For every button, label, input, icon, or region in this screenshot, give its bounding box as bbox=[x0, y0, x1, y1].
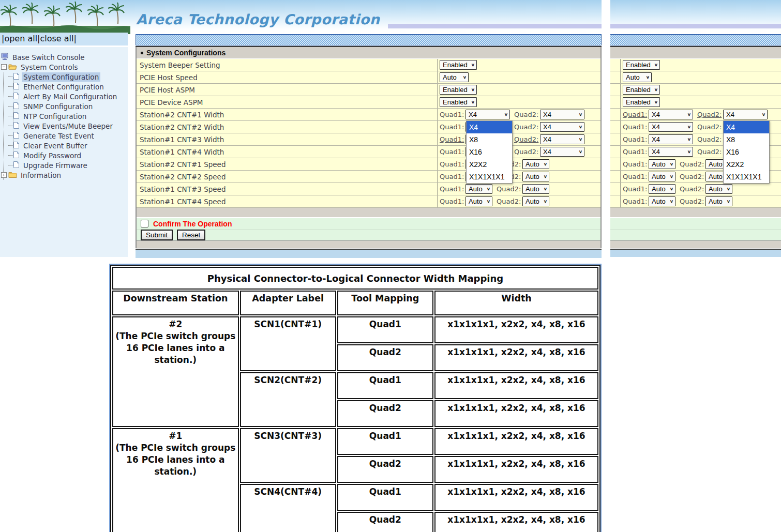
quad1-label[interactable]: Quad1: bbox=[623, 185, 649, 193]
quad1-width-select[interactable]: X4∨ bbox=[649, 122, 693, 132]
quad2-width-select[interactable]: X4∨ bbox=[540, 147, 584, 157]
quad1-width-select[interactable]: X4∨ bbox=[649, 110, 693, 119]
quad1-label[interactable]: Quad1: bbox=[440, 111, 465, 118]
submit-button[interactable]: Submit bbox=[141, 230, 173, 240]
tree-item-ethernet-configuration[interactable]: EtherNet Configuration bbox=[0, 82, 128, 92]
quad1-label[interactable]: Quad1: bbox=[440, 160, 465, 168]
quad2-label[interactable]: Quad2: bbox=[497, 185, 522, 193]
quad1-label[interactable]: Quad1: bbox=[623, 160, 649, 168]
dropdown-option-x4[interactable]: X4 bbox=[724, 121, 769, 133]
quad2-speed-select[interactable]: Auto∨ bbox=[522, 172, 549, 181]
quad2-label[interactable]: Quad2: bbox=[680, 197, 705, 205]
quad2-speed-select[interactable]: Auto∨ bbox=[705, 196, 732, 206]
quad1-speed-select[interactable]: Auto∨ bbox=[649, 159, 675, 169]
panel-top-decorative-bar bbox=[610, 34, 781, 45]
quad2-width-select-open[interactable]: X4∨ bbox=[723, 110, 768, 119]
reset-button[interactable]: Reset bbox=[177, 230, 205, 240]
quad1-label[interactable]: Quad1: bbox=[623, 135, 649, 143]
tree-item-system-controls[interactable]: System Controls bbox=[0, 62, 128, 72]
quad1-label[interactable]: Quad1: bbox=[623, 123, 649, 131]
quad1-label[interactable]: Quad1: bbox=[623, 173, 649, 180]
adapter-cell: SCN4(CNT#4) bbox=[240, 484, 336, 532]
quad2-label[interactable]: Quad2: bbox=[680, 173, 705, 180]
quad2-width-select[interactable]: X4∨ bbox=[540, 110, 584, 119]
quad2-label[interactable]: Quad2: bbox=[497, 197, 522, 205]
confirm-checkbox[interactable] bbox=[141, 220, 148, 227]
quad1-label[interactable]: Quad1: bbox=[440, 123, 465, 131]
pcie-host-aspm-select[interactable]: Enabled∨ bbox=[623, 85, 660, 95]
quad2-label[interactable]: Quad2: bbox=[514, 123, 540, 131]
tree-item-view-events-mute-beeper[interactable]: View Events/Mute Beeper bbox=[0, 121, 128, 131]
panel-bottom-strip bbox=[610, 250, 781, 257]
quad2-label[interactable]: Quad2: bbox=[514, 135, 540, 143]
tree-item-system-configuration[interactable]: System Configuration bbox=[0, 72, 128, 82]
quad-cell: Quad2 bbox=[337, 456, 433, 483]
quad2-label[interactable]: Quad2: bbox=[680, 160, 705, 168]
dropdown-option-x16[interactable]: X16 bbox=[724, 146, 769, 158]
collapse-expander-icon[interactable] bbox=[1, 64, 7, 70]
tree-item-clear-event-buffer[interactable]: Clear Event Buffer bbox=[0, 141, 128, 150]
tree-item-generate-test-event[interactable]: Generate Test Event bbox=[0, 131, 128, 141]
quad1-label[interactable]: Quad1: bbox=[440, 148, 465, 156]
dropdown-option-x16[interactable]: X16 bbox=[467, 146, 512, 158]
pcie-device-aspm-select[interactable]: Enabled∨ bbox=[623, 97, 660, 107]
tree-item-modify-password[interactable]: Modify Password bbox=[0, 150, 128, 160]
quad2-speed-select[interactable]: Auto∨ bbox=[522, 159, 549, 169]
row-label-sliver bbox=[610, 84, 621, 96]
quad1-width-select[interactable]: X4∨ bbox=[649, 134, 693, 144]
tree-item-base-switch-console[interactable]: Base Switch Console bbox=[0, 52, 128, 62]
quad1-label[interactable]: Quad1: bbox=[440, 173, 465, 180]
pcie-host-aspm-select[interactable]: Enabled∨ bbox=[440, 85, 477, 95]
quad1-label[interactable]: Quad1: bbox=[440, 135, 465, 143]
config-row-speed: Station#2 CNT#1 Speed Quad1: Auto∨ Quad2… bbox=[137, 158, 600, 171]
quad1-label[interactable]: Quad1: bbox=[440, 185, 465, 193]
quad1-width-select-open[interactable]: X4∨ bbox=[465, 110, 510, 119]
quad1-label[interactable]: Quad1: bbox=[623, 148, 649, 156]
pcie-device-aspm-select[interactable]: Enabled∨ bbox=[440, 97, 477, 107]
quad1-width-select[interactable]: X4∨ bbox=[649, 147, 693, 157]
quad1-speed-select[interactable]: Auto∨ bbox=[465, 196, 492, 206]
dropdown-option-x8[interactable]: X8 bbox=[467, 133, 512, 146]
quad2-label[interactable]: Quad2: bbox=[680, 185, 705, 193]
quad2-speed-select[interactable]: Auto∨ bbox=[705, 184, 732, 194]
expand-expander-icon[interactable] bbox=[1, 172, 7, 178]
tree-item-alert-by-mail-configuration[interactable]: Alert By Mail Configuration bbox=[0, 92, 128, 101]
dropdown-option-x1x1x1x1[interactable]: X1X1X1X1 bbox=[467, 171, 512, 183]
quad2-label[interactable]: Quad2: bbox=[514, 148, 540, 156]
dropdown-option-x1x1x1x1[interactable]: X1X1X1X1 bbox=[724, 171, 769, 183]
quad1-speed-select[interactable]: Auto∨ bbox=[649, 184, 675, 194]
pcie-host-speed-select[interactable]: Auto∨ bbox=[623, 72, 652, 82]
quad2-label[interactable]: Quad2: bbox=[514, 111, 540, 118]
quad1-speed-select[interactable]: Auto∨ bbox=[649, 196, 675, 206]
tree-connector-stub bbox=[8, 126, 13, 126]
tree-item-upgrade-firmware[interactable]: Upgrade Firmware bbox=[0, 160, 128, 170]
quad2-speed-select[interactable]: Auto∨ bbox=[522, 184, 549, 194]
quad1-label[interactable]: Quad1: bbox=[623, 197, 649, 205]
quad2-label[interactable]: Quad2: bbox=[697, 135, 723, 143]
pcie-host-speed-select[interactable]: Auto∨ bbox=[440, 72, 469, 82]
beeper-setting-select[interactable]: Enabled∨ bbox=[623, 60, 660, 70]
quad2-speed-select[interactable]: Auto∨ bbox=[522, 196, 549, 206]
quad2-width-select[interactable]: X4∨ bbox=[540, 134, 584, 144]
tree-toolbar-open-close-all[interactable]: |open all|close all| bbox=[0, 33, 128, 45]
quad2-width-select[interactable]: X4∨ bbox=[540, 122, 584, 132]
tree-item-snmp-configuration[interactable]: SNMP Configuration bbox=[0, 101, 128, 111]
dropdown-option-x2x2[interactable]: X2X2 bbox=[467, 158, 512, 171]
beeper-setting-select[interactable]: Enabled∨ bbox=[440, 60, 477, 70]
quad2-label[interactable]: Quad2: bbox=[697, 111, 723, 118]
quad1-label[interactable]: Quad1: bbox=[623, 111, 649, 118]
closed-folder-icon bbox=[8, 171, 17, 179]
tree-connector-stub bbox=[8, 155, 13, 156]
dropdown-option-x8[interactable]: X8 bbox=[724, 133, 769, 146]
quad1-speed-select[interactable]: Auto∨ bbox=[649, 172, 675, 181]
quad1-label[interactable]: Quad1: bbox=[440, 197, 465, 205]
tree-connector-stub bbox=[8, 135, 13, 136]
tree-item-ntp-configuration[interactable]: NTP Configuration bbox=[0, 111, 128, 121]
dropdown-option-x2x2[interactable]: X2X2 bbox=[724, 158, 769, 171]
quad1-speed-select[interactable]: Auto∨ bbox=[465, 184, 492, 194]
quad2-label[interactable]: Quad2: bbox=[697, 123, 723, 131]
quad-cell: Quad1 bbox=[337, 372, 433, 399]
dropdown-option-x4[interactable]: X4 bbox=[467, 121, 512, 133]
tree-item-information[interactable]: Information bbox=[0, 170, 128, 180]
quad2-label[interactable]: Quad2: bbox=[697, 148, 723, 156]
